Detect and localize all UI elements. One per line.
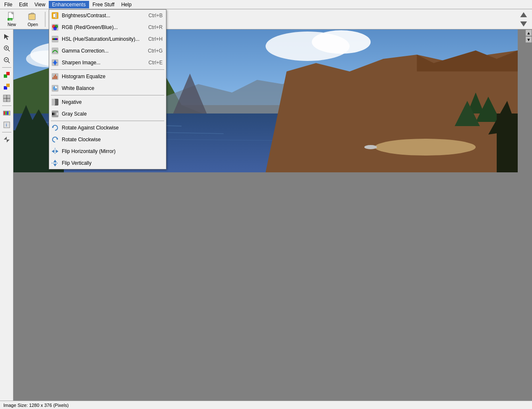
new-label: New	[8, 22, 16, 27]
side-sep-2	[2, 106, 11, 106]
separator-3	[51, 121, 164, 121]
svg-rect-22	[52, 113, 58, 115]
menubar: File Edit View Enhancements Free Stuff H…	[0, 0, 532, 9]
gamma-label: Gamma Correction...	[62, 48, 145, 54]
scroll-arrow-down[interactable]: ▼	[525, 36, 532, 43]
sharpen-icon	[51, 58, 59, 67]
grayscale-label: Gray Scale	[62, 111, 160, 117]
menu-enhancements[interactable]: Enhancements	[49, 1, 89, 8]
rgb-label: RGB (Red/Green/Blue)...	[62, 24, 146, 30]
negative-icon	[51, 98, 59, 106]
svg-rect-61	[7, 111, 8, 115]
svg-point-87	[364, 145, 377, 149]
rgb-icon	[51, 23, 59, 32]
svg-text:NEW: NEW	[9, 18, 14, 21]
svg-marker-41	[520, 12, 527, 17]
menu-edit[interactable]: Edit	[16, 1, 31, 8]
svg-rect-15	[55, 74, 56, 79]
menu-freestuff[interactable]: Free Stuff	[89, 1, 118, 8]
svg-rect-59	[4, 111, 5, 115]
svg-marker-30	[53, 164, 57, 166]
zoom-area	[517, 11, 530, 28]
menu-item-hsl[interactable]: HSL (Hue/Saturation/Luminosity)... Ctrl+…	[49, 33, 166, 45]
separator-1	[51, 69, 164, 70]
image-size-label: Image Size: 1280 x 376 (Pixels)	[3, 403, 68, 408]
scroll-arrows-icon	[517, 11, 530, 28]
menu-item-histogram[interactable]: Histogram Equalize	[49, 71, 166, 82]
brightness-icon	[51, 11, 59, 20]
whitebalance-label: White Balance	[62, 85, 160, 91]
svg-rect-52	[6, 72, 10, 75]
menu-item-grayscale[interactable]: Gray Scale	[49, 108, 166, 120]
svg-rect-14	[54, 76, 55, 79]
svg-line-45	[8, 50, 10, 51]
svg-rect-60	[5, 111, 7, 115]
enhancements-dropdown: Brightness/Contrast... Ctrl+B RGB (Red/G…	[49, 9, 166, 169]
menu-item-flip-h[interactable]: Flip Horizontally (Mirror)	[49, 145, 166, 157]
rotate-ccw-label: Rotate Against Clockwise	[62, 125, 160, 131]
side-sep-1	[2, 67, 11, 68]
side-info-btn[interactable]: i	[1, 119, 12, 130]
scroll-arrow-top[interactable]: ▲	[525, 29, 532, 36]
menu-item-negative[interactable]: Negative	[49, 96, 166, 108]
svg-marker-42	[520, 21, 527, 26]
open-icon	[28, 11, 38, 21]
open-button[interactable]: Open	[23, 11, 43, 28]
flip-h-icon	[51, 147, 59, 156]
open-label: Open	[28, 22, 38, 27]
svg-point-6	[53, 27, 57, 30]
side-color2-btn[interactable]	[1, 81, 12, 92]
menu-item-rgb[interactable]: RGB (Red/Green/Blue)... Ctrl+R	[49, 21, 166, 33]
side-toolbar: i	[0, 29, 13, 401]
menu-view[interactable]: View	[31, 1, 49, 8]
hsl-label: HSL (Hue/Saturation/Luminosity)...	[62, 36, 146, 42]
side-color3-btn[interactable]	[1, 93, 12, 104]
svg-marker-26	[52, 150, 54, 153]
menu-file[interactable]: File	[1, 1, 16, 8]
flip-v-icon	[51, 159, 59, 167]
side-zoomout-btn[interactable]	[1, 55, 12, 66]
svg-text:i: i	[6, 122, 7, 127]
svg-rect-16	[56, 76, 57, 79]
gamma-icon	[51, 47, 59, 55]
hsl-icon	[51, 35, 59, 43]
svg-rect-13	[53, 77, 53, 79]
gamma-shortcut: Ctrl+G	[148, 48, 163, 54]
menu-item-rotate-ccw[interactable]: Rotate Against Clockwise	[49, 122, 166, 134]
negative-label: Negative	[62, 99, 160, 105]
svg-marker-65	[4, 137, 7, 140]
svg-point-86	[375, 139, 476, 156]
histogram-label: Histogram Equalize	[62, 74, 160, 79]
menu-item-rotate-cw[interactable]: Rotate Clockwise	[49, 134, 166, 145]
svg-rect-20	[52, 99, 55, 106]
rgb-shortcut: Ctrl+R	[148, 24, 163, 30]
menu-item-brightness[interactable]: Brightness/Contrast... Ctrl+B	[49, 10, 166, 21]
new-button[interactable]: NEW New	[2, 11, 22, 28]
menu-item-gamma[interactable]: Gamma Correction... Ctrl+G	[49, 45, 166, 57]
side-color1-btn[interactable]	[1, 69, 12, 80]
side-sep-3	[2, 132, 11, 132]
svg-point-72	[312, 30, 371, 54]
rotate-cw-icon	[51, 135, 59, 144]
sharpen-shortcut: Ctrl+E	[148, 60, 163, 66]
rotate-cw-label: Rotate Clockwise	[62, 137, 160, 142]
svg-rect-8	[52, 38, 58, 40]
whitebalance-icon	[51, 84, 59, 92]
hsl-shortcut: Ctrl+H	[148, 36, 163, 42]
menu-item-flip-v[interactable]: Flip Vertically	[49, 157, 166, 169]
menu-item-whitebalance[interactable]: White Balance	[49, 82, 166, 94]
separator-2	[51, 95, 164, 95]
brightness-shortcut: Ctrl+B	[148, 13, 163, 18]
side-zoom-btn[interactable]	[1, 43, 12, 54]
menu-item-sharpen[interactable]: Sharpen Image... Ctrl+E	[49, 57, 166, 69]
menu-help[interactable]: Help	[118, 1, 135, 8]
svg-marker-66	[7, 140, 10, 142]
sharpen-label: Sharpen Image...	[62, 60, 146, 66]
side-palette-btn[interactable]	[1, 108, 12, 119]
svg-line-49	[8, 61, 10, 63]
svg-rect-54	[6, 84, 10, 87]
side-select-btn[interactable]	[1, 31, 12, 42]
side-expand-btn[interactable]	[1, 134, 12, 145]
flip-h-label: Flip Horizontally (Mirror)	[62, 148, 160, 154]
flip-v-label: Flip Vertically	[62, 160, 160, 166]
